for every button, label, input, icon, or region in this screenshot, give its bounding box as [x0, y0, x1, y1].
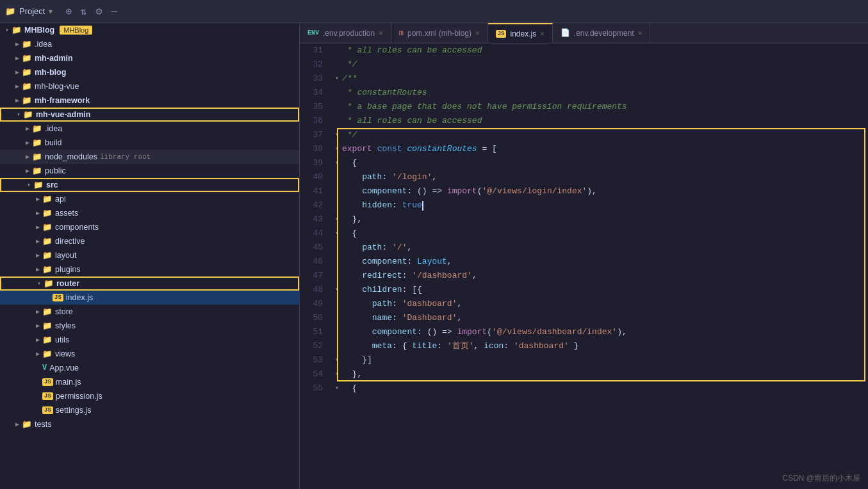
folder-icon: 📁 [32, 124, 42, 134]
tree-item-build[interactable]: ▶ 📁 build [0, 136, 299, 150]
tree-item-plugins[interactable]: ▶ 📁 plugins [0, 262, 299, 277]
sidebar: ▾ 📁 MHBlog MHBlog ▶ 📁 .idea ▶ 📁 mh-admin… [0, 23, 300, 489]
library-root-label: library root [100, 153, 151, 161]
vue-file-icon: V [42, 364, 47, 373]
tree-label: MHBlog [24, 26, 54, 35]
fold-53[interactable]: ▾ [332, 353, 342, 367]
code-line-41: component : () => import ( '@/views/logi… [332, 184, 868, 198]
code-lines-wrapper: * all roles can be accessed */ ▾ /** [327, 44, 868, 396]
expand-arrow: ▾ [24, 181, 33, 189]
tree-label: utils [55, 335, 69, 344]
tree-item-styles[interactable]: ▶ 📁 styles [0, 319, 299, 333]
folder-icon: 📁 [22, 39, 32, 49]
fold-43[interactable]: ▾ [332, 212, 342, 227]
tree-label: api [55, 195, 66, 204]
tree-item-components[interactable]: ▶ 📁 components [0, 220, 299, 234]
main-area: ▾ 📁 MHBlog MHBlog ▶ 📁 .idea ▶ 📁 mh-admin… [0, 23, 868, 489]
tab-close-icon[interactable]: ✕ [638, 29, 643, 37]
tree-label: components [55, 223, 99, 232]
expand-arrow: ▶ [33, 237, 42, 245]
tree-item-views[interactable]: ▶ 📁 views [0, 347, 299, 361]
expand-arrow: ▶ [33, 266, 42, 273]
fold-54[interactable]: ▾ [332, 367, 342, 381]
text-cursor [422, 201, 423, 211]
code-editor[interactable]: 3132333435 3637383940 4142434445 4647484… [300, 44, 868, 489]
tab-label: pom.xml (mh-blog) [407, 29, 471, 38]
tree-item-mhadmin[interactable]: ▶ 📁 mh-admin [0, 51, 299, 65]
tree-item-settingsjs[interactable]: JS settings.js [0, 403, 299, 417]
tree-item-utils[interactable]: ▶ 📁 utils [0, 333, 299, 347]
tree-item-store[interactable]: ▶ 📁 store [0, 305, 299, 319]
tree-item-appvue[interactable]: V App.vue [0, 361, 299, 375]
tree-item-mhblogvue[interactable]: ▶ 📁 mh-blog-vue [0, 79, 299, 93]
expand-arrow: ▶ [13, 421, 22, 428]
tree-label: main.js [56, 378, 81, 387]
line-33-text: /** [342, 72, 357, 86]
fold-44[interactable]: ▾ [332, 227, 342, 241]
js-file-icon: JS [53, 294, 63, 301]
fold-55[interactable]: ▾ [332, 381, 342, 396]
expand-arrow: ▶ [23, 167, 32, 175]
tree-label: settings.js [56, 406, 92, 415]
code-content: * all roles can be accessed */ ▾ /** [327, 44, 868, 396]
expand-arrow: ▶ [13, 83, 22, 90]
js-icon: JS [496, 30, 507, 38]
sync-icon[interactable]: ⇅ [81, 5, 87, 18]
tab-env-production[interactable]: ENV .env.production ✕ [300, 23, 391, 43]
minimize-icon[interactable]: — [111, 6, 117, 17]
fold-48[interactable]: ▾ [332, 283, 342, 297]
token-const: const [377, 142, 402, 156]
fold-33[interactable]: ▾ [332, 72, 342, 86]
tree-item-src[interactable]: ▾ 📁 src [0, 178, 299, 192]
tree-label: mh-vue-admin [36, 110, 90, 119]
tree-item-nodemodules[interactable]: ▶ 📁 node_modules library root [0, 150, 299, 164]
tree-label: mh-blog [35, 68, 66, 77]
tree-item-assets[interactable]: ▶ 📁 assets [0, 206, 299, 220]
tab-close-icon[interactable]: ✕ [540, 29, 545, 38]
code-line-36: * all roles can be accessed [332, 114, 868, 128]
tree-item-idea[interactable]: ▶ 📁 .idea [0, 37, 299, 51]
tree-label: node_modules [45, 152, 97, 161]
tree-item-permissionjs[interactable]: JS permission.js [0, 389, 299, 403]
tree-label: index.js [66, 293, 93, 302]
code-line-44: ▾ { [332, 227, 868, 241]
line-31-text: * all roles can be accessed [342, 44, 482, 58]
tab-label: index.js [510, 29, 536, 38]
tree-item-indexjs[interactable]: JS index.js [0, 291, 299, 305]
settings-icon[interactable]: ⚙ [96, 5, 102, 18]
tree-item-directive[interactable]: ▶ 📁 directive [0, 234, 299, 248]
tab-env-development[interactable]: 📄 .env.development ✕ [553, 23, 650, 43]
tree-item-idea2[interactable]: ▶ 📁 .idea [0, 122, 299, 136]
code-line-43: ▾ }, [332, 212, 868, 227]
tree-label: .idea [35, 40, 52, 49]
tree-item-router[interactable]: ▾ 📁 router [0, 277, 299, 291]
code-line-47: redirect : '/dashboard' , [332, 269, 868, 283]
code-line-45: path : '/' , [332, 241, 868, 255]
tree-item-mhframework[interactable]: ▶ 📁 mh-framework [0, 93, 299, 108]
tab-index-js[interactable]: JS index.js ✕ [488, 23, 553, 43]
tree-item-mhblog2[interactable]: ▶ 📁 mh-blog [0, 65, 299, 79]
tree-item-mainjs[interactable]: JS main.js [0, 375, 299, 389]
code-line-42: hidden : true [332, 198, 868, 212]
fold-39[interactable]: ▾ [332, 156, 342, 170]
tree-item-layout[interactable]: ▶ 📁 layout [0, 248, 299, 262]
project-chevron[interactable]: ▾ [49, 7, 53, 16]
project-folder-icon: 📁 [5, 6, 15, 17]
tab-close-icon[interactable]: ✕ [379, 29, 383, 37]
tree-item-api[interactable]: ▶ 📁 api [0, 192, 299, 206]
folder-icon: 📁 [22, 419, 32, 429]
tree-item-mhblog[interactable]: ▾ 📁 MHBlog MHBlog [0, 23, 299, 37]
env-dev-icon: 📄 [561, 28, 570, 38]
expand-arrow: ▶ [33, 350, 42, 358]
tree-item-mhvueadmin[interactable]: ▾ 📁 mh-vue-admin [0, 108, 299, 122]
tab-close-icon[interactable]: ✕ [475, 29, 480, 37]
watermark: CSDN @雨后的小木屋 [782, 473, 860, 484]
code-area: 3132333435 3637383940 4142434445 4647484… [300, 44, 868, 396]
globe-icon[interactable]: ⊕ [65, 5, 72, 18]
tree-item-tests[interactable]: ▶ 📁 tests [0, 417, 299, 431]
tab-pom-xml[interactable]: m pom.xml (mh-blog) ✕ [391, 23, 488, 43]
tree-label: mh-blog-vue [35, 82, 79, 91]
fold-37[interactable]: ▾ [332, 128, 342, 142]
tree-item-public[interactable]: ▶ 📁 public [0, 164, 299, 178]
fold-38[interactable]: ▾ [332, 142, 342, 156]
